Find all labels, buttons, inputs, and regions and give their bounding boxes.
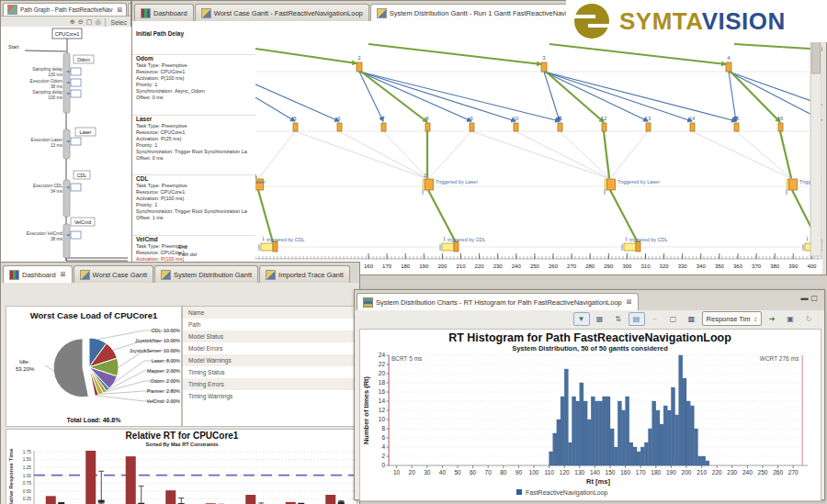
laser-event-box[interactable] xyxy=(690,123,695,131)
zoom-out-icon[interactable]: ⊖ xyxy=(78,18,84,26)
laser-event-box[interactable] xyxy=(337,123,342,131)
svg-text:270: 270 xyxy=(567,263,577,269)
tab-rt-histogram[interactable]: System Distribution Charts - RT Histogra… xyxy=(357,293,639,310)
laser-event-box[interactable] xyxy=(425,123,430,131)
svg-text:200: 200 xyxy=(437,263,447,269)
tab-worst-case-gantt[interactable]: Worst Case Gantt xyxy=(74,265,153,283)
svg-text:14: 14 xyxy=(379,398,386,404)
velcmd-event-box[interactable] xyxy=(261,243,273,251)
laser-event-box[interactable] xyxy=(293,123,298,131)
svg-text:16: 16 xyxy=(379,388,386,395)
laser-event-box[interactable] xyxy=(734,123,739,131)
laser-event-box[interactable] xyxy=(514,123,518,131)
gantt-chart[interactable]: 2345678910111213141516Triggered by Laser… xyxy=(255,21,826,274)
sort-icon[interactable]: ⇅ xyxy=(610,312,627,326)
laser-event-box[interactable] xyxy=(558,123,562,131)
svg-text:13 ms: 13 ms xyxy=(51,143,63,148)
fit-icon[interactable]: ▢ xyxy=(86,18,93,26)
chart-type-select[interactable]: Response Tim↕ xyxy=(702,311,762,326)
svg-text:2: 2 xyxy=(424,173,426,178)
zoom-in-icon[interactable]: ⊕ xyxy=(70,18,75,26)
gantt-row-laser[interactable]: LaserTask Type: PreemptiveResource: CPUC… xyxy=(136,116,255,162)
velcmd-event-box[interactable] xyxy=(442,243,454,251)
gantt-row-velcmd[interactable]: VelCmdTask Type: PreemptiveResource: CPU… xyxy=(136,236,255,263)
list-icon[interactable]: ▤ xyxy=(629,312,645,326)
svg-text:390: 390 xyxy=(788,263,799,269)
table-row-timing-status[interactable]: Timing Status xyxy=(183,366,358,378)
svg-text:Idle:: Idle: xyxy=(19,359,30,364)
tab-system-distribution-gantt[interactable]: System Distribution Gantt xyxy=(154,265,258,283)
histogram-bar xyxy=(663,406,667,465)
spinner-icon: ↕ xyxy=(754,316,758,322)
task-bar[interactable] xyxy=(63,224,70,258)
close-icon[interactable]: ⊠ xyxy=(627,298,632,306)
table-row-model-warnings[interactable]: Model Warnings xyxy=(183,354,358,366)
table-row-path[interactable]: Path xyxy=(183,319,358,330)
panel-icon[interactable]: ▢ xyxy=(665,312,682,326)
tab-dashboard[interactable]: Dashboard⊠ xyxy=(3,265,73,283)
histogram-bar xyxy=(614,447,617,465)
minimize-icon[interactable]: ▬ xyxy=(800,294,810,302)
grid-icon[interactable]: ▦ xyxy=(592,312,608,326)
tab-path-graph[interactable]: Path Graph - Path FastReactiveNav ⊠ xyxy=(3,3,127,16)
layers-icon[interactable]: ▩ xyxy=(684,312,700,326)
tab-worst-case-gantt-fastreactiven[interactable]: Worst Case Gantt - FastReactiveNavigatio… xyxy=(195,4,369,21)
cdl-event-box[interactable] xyxy=(425,179,434,190)
snapshot-icon[interactable]: ▣ xyxy=(782,312,799,326)
minus-icon[interactable]: − xyxy=(647,312,663,326)
velcmd-event-box[interactable] xyxy=(624,243,636,251)
laser-event-box[interactable] xyxy=(646,123,651,131)
cdl-event-box[interactable] xyxy=(607,179,616,190)
svg-text:15: 15 xyxy=(733,116,740,121)
close-icon[interactable]: ⊠ xyxy=(61,271,66,278)
svg-text:VelCmd: 2.00%: VelCmd: 2.00% xyxy=(146,398,180,404)
table-row-name[interactable]: Name xyxy=(183,307,358,319)
tab-dashboard[interactable]: Dashboard xyxy=(134,4,194,21)
table-row-model-status[interactable]: Model Status xyxy=(183,330,358,342)
gantt-row-cdl[interactable]: CDLTask Type: PreemptiveResource: CPUCor… xyxy=(136,175,255,221)
tab-label: Imported Trace Gantt xyxy=(278,271,344,279)
svg-text:170: 170 xyxy=(382,263,392,269)
svg-text:JoystickServer: 10.00%: JoystickServer: 10.00% xyxy=(130,348,181,353)
svg-text:Triggered by Laser: Triggered by Laser xyxy=(617,179,660,185)
task-bar[interactable] xyxy=(63,180,70,217)
magnifier-icon[interactable]: ◎ xyxy=(95,18,100,26)
histogram-bar xyxy=(660,424,663,465)
go-icon[interactable]: ➔ xyxy=(764,312,780,326)
svg-text:14: 14 xyxy=(689,116,696,121)
maximize-icon[interactable]: ▢ xyxy=(810,294,821,302)
histogram-bar xyxy=(629,442,633,465)
laser-event-box[interactable] xyxy=(470,123,474,131)
task-bar[interactable] xyxy=(63,129,70,159)
worst-case-load-pie-chart: Worst Case Load of CPUCore1CDL: 10.00%Jo… xyxy=(6,307,181,426)
svg-text:Sampling delay: Sampling delay xyxy=(32,67,62,72)
close-icon[interactable]: ⊠ xyxy=(117,6,122,14)
leaf-icon[interactable]: ▼ xyxy=(573,312,590,326)
svg-text:190: 190 xyxy=(419,263,429,269)
tab-task-graph[interactable]: Task Grap xyxy=(128,3,130,16)
table-row-timing-warnings[interactable]: Timing Warnings xyxy=(183,390,358,402)
activation-box xyxy=(71,68,81,75)
histogram-bar xyxy=(603,397,606,465)
laser-event-box[interactable] xyxy=(381,123,386,131)
laser-event-box[interactable] xyxy=(602,123,606,131)
tab-label: Dashboard xyxy=(153,9,187,17)
cdl-event-box[interactable] xyxy=(789,179,798,190)
dashboard-content: Worst Case Load of CPUCore1CDL: 10.00%Jo… xyxy=(1,283,359,504)
odom-event-box[interactable] xyxy=(726,62,731,72)
table-row-model-errors[interactable]: Model Errors xyxy=(183,342,358,354)
odom-event-box[interactable] xyxy=(357,62,362,72)
chart-icon xyxy=(266,270,276,280)
tab-imported-trace-gantt[interactable]: Imported Trace Gantt xyxy=(259,265,350,283)
svg-text:triggered by CDL: triggered by CDL xyxy=(266,237,305,242)
gantt-row-initial-path-delay[interactable]: Initial Path Delay xyxy=(136,30,255,38)
svg-text:Start: Start xyxy=(8,44,19,50)
laser-event-box[interactable] xyxy=(778,123,783,131)
select-mode-label[interactable]: Selec xyxy=(110,19,127,26)
gantt-row-odom[interactable]: OdomTask Type: PreemptiveResource: CPUCo… xyxy=(136,55,255,101)
histogram-bar xyxy=(633,447,637,465)
odom-event-box[interactable] xyxy=(541,62,547,72)
histogram-bar xyxy=(702,456,706,465)
refresh-icon[interactable]: ↻ xyxy=(800,312,817,326)
table-row-timing-errors[interactable]: Timing Errors xyxy=(183,378,358,390)
